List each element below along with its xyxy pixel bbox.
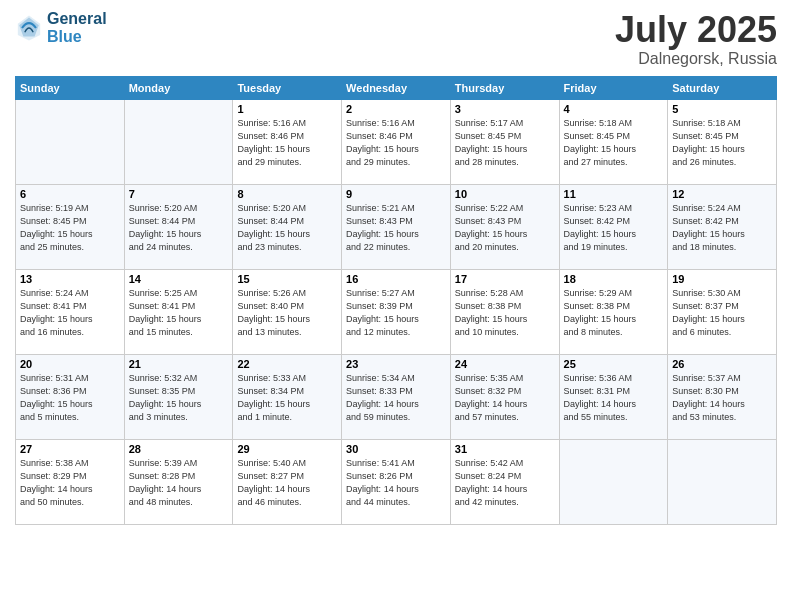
day-number: 6 — [20, 188, 120, 200]
calendar-cell: 9Sunrise: 5:21 AM Sunset: 8:43 PM Daylig… — [342, 184, 451, 269]
calendar-cell: 27Sunrise: 5:38 AM Sunset: 8:29 PM Dayli… — [16, 439, 125, 524]
day-number: 2 — [346, 103, 446, 115]
calendar-cell: 20Sunrise: 5:31 AM Sunset: 8:36 PM Dayli… — [16, 354, 125, 439]
days-header-row: SundayMondayTuesdayWednesdayThursdayFrid… — [16, 76, 777, 99]
day-number: 19 — [672, 273, 772, 285]
day-number: 17 — [455, 273, 555, 285]
calendar-cell: 31Sunrise: 5:42 AM Sunset: 8:24 PM Dayli… — [450, 439, 559, 524]
day-header-sunday: Sunday — [16, 76, 125, 99]
day-detail: Sunrise: 5:33 AM Sunset: 8:34 PM Dayligh… — [237, 372, 337, 424]
day-number: 20 — [20, 358, 120, 370]
day-detail: Sunrise: 5:20 AM Sunset: 8:44 PM Dayligh… — [129, 202, 229, 254]
day-header-friday: Friday — [559, 76, 668, 99]
calendar-cell — [559, 439, 668, 524]
calendar-cell: 19Sunrise: 5:30 AM Sunset: 8:37 PM Dayli… — [668, 269, 777, 354]
day-number: 14 — [129, 273, 229, 285]
day-detail: Sunrise: 5:38 AM Sunset: 8:29 PM Dayligh… — [20, 457, 120, 509]
day-detail: Sunrise: 5:42 AM Sunset: 8:24 PM Dayligh… — [455, 457, 555, 509]
page: General Blue July 2025 Dalnegorsk, Russi… — [0, 0, 792, 612]
day-number: 11 — [564, 188, 664, 200]
day-detail: Sunrise: 5:30 AM Sunset: 8:37 PM Dayligh… — [672, 287, 772, 339]
day-detail: Sunrise: 5:34 AM Sunset: 8:33 PM Dayligh… — [346, 372, 446, 424]
calendar-cell: 29Sunrise: 5:40 AM Sunset: 8:27 PM Dayli… — [233, 439, 342, 524]
calendar-cell: 6Sunrise: 5:19 AM Sunset: 8:45 PM Daylig… — [16, 184, 125, 269]
calendar-cell: 7Sunrise: 5:20 AM Sunset: 8:44 PM Daylig… — [124, 184, 233, 269]
calendar-cell: 30Sunrise: 5:41 AM Sunset: 8:26 PM Dayli… — [342, 439, 451, 524]
day-number: 22 — [237, 358, 337, 370]
header: General Blue July 2025 Dalnegorsk, Russi… — [15, 10, 777, 68]
day-header-tuesday: Tuesday — [233, 76, 342, 99]
title-month: July 2025 — [615, 10, 777, 50]
day-detail: Sunrise: 5:24 AM Sunset: 8:41 PM Dayligh… — [20, 287, 120, 339]
calendar-cell: 13Sunrise: 5:24 AM Sunset: 8:41 PM Dayli… — [16, 269, 125, 354]
calendar-cell: 24Sunrise: 5:35 AM Sunset: 8:32 PM Dayli… — [450, 354, 559, 439]
calendar-cell: 15Sunrise: 5:26 AM Sunset: 8:40 PM Dayli… — [233, 269, 342, 354]
day-detail: Sunrise: 5:37 AM Sunset: 8:30 PM Dayligh… — [672, 372, 772, 424]
day-number: 18 — [564, 273, 664, 285]
day-number: 13 — [20, 273, 120, 285]
day-detail: Sunrise: 5:40 AM Sunset: 8:27 PM Dayligh… — [237, 457, 337, 509]
day-number: 9 — [346, 188, 446, 200]
calendar-cell: 3Sunrise: 5:17 AM Sunset: 8:45 PM Daylig… — [450, 99, 559, 184]
day-detail: Sunrise: 5:16 AM Sunset: 8:46 PM Dayligh… — [346, 117, 446, 169]
day-number: 21 — [129, 358, 229, 370]
calendar-cell: 22Sunrise: 5:33 AM Sunset: 8:34 PM Dayli… — [233, 354, 342, 439]
day-detail: Sunrise: 5:18 AM Sunset: 8:45 PM Dayligh… — [672, 117, 772, 169]
day-number: 4 — [564, 103, 664, 115]
day-number: 5 — [672, 103, 772, 115]
day-number: 8 — [237, 188, 337, 200]
week-row-5: 27Sunrise: 5:38 AM Sunset: 8:29 PM Dayli… — [16, 439, 777, 524]
day-number: 16 — [346, 273, 446, 285]
week-row-2: 6Sunrise: 5:19 AM Sunset: 8:45 PM Daylig… — [16, 184, 777, 269]
day-detail: Sunrise: 5:24 AM Sunset: 8:42 PM Dayligh… — [672, 202, 772, 254]
day-number: 10 — [455, 188, 555, 200]
day-detail: Sunrise: 5:19 AM Sunset: 8:45 PM Dayligh… — [20, 202, 120, 254]
day-detail: Sunrise: 5:41 AM Sunset: 8:26 PM Dayligh… — [346, 457, 446, 509]
day-detail: Sunrise: 5:18 AM Sunset: 8:45 PM Dayligh… — [564, 117, 664, 169]
calendar-cell: 28Sunrise: 5:39 AM Sunset: 8:28 PM Dayli… — [124, 439, 233, 524]
logo-icon — [15, 14, 43, 42]
day-detail: Sunrise: 5:35 AM Sunset: 8:32 PM Dayligh… — [455, 372, 555, 424]
day-detail: Sunrise: 5:29 AM Sunset: 8:38 PM Dayligh… — [564, 287, 664, 339]
day-detail: Sunrise: 5:23 AM Sunset: 8:42 PM Dayligh… — [564, 202, 664, 254]
day-detail: Sunrise: 5:17 AM Sunset: 8:45 PM Dayligh… — [455, 117, 555, 169]
calendar-cell: 16Sunrise: 5:27 AM Sunset: 8:39 PM Dayli… — [342, 269, 451, 354]
calendar-cell: 8Sunrise: 5:20 AM Sunset: 8:44 PM Daylig… — [233, 184, 342, 269]
day-detail: Sunrise: 5:20 AM Sunset: 8:44 PM Dayligh… — [237, 202, 337, 254]
title-location: Dalnegorsk, Russia — [615, 50, 777, 68]
calendar-cell: 14Sunrise: 5:25 AM Sunset: 8:41 PM Dayli… — [124, 269, 233, 354]
day-header-saturday: Saturday — [668, 76, 777, 99]
calendar-cell: 26Sunrise: 5:37 AM Sunset: 8:30 PM Dayli… — [668, 354, 777, 439]
logo-text: General Blue — [47, 10, 107, 45]
day-detail: Sunrise: 5:31 AM Sunset: 8:36 PM Dayligh… — [20, 372, 120, 424]
calendar-cell: 21Sunrise: 5:32 AM Sunset: 8:35 PM Dayli… — [124, 354, 233, 439]
day-detail: Sunrise: 5:39 AM Sunset: 8:28 PM Dayligh… — [129, 457, 229, 509]
calendar-cell: 2Sunrise: 5:16 AM Sunset: 8:46 PM Daylig… — [342, 99, 451, 184]
calendar-cell: 23Sunrise: 5:34 AM Sunset: 8:33 PM Dayli… — [342, 354, 451, 439]
day-header-thursday: Thursday — [450, 76, 559, 99]
day-header-wednesday: Wednesday — [342, 76, 451, 99]
day-detail: Sunrise: 5:16 AM Sunset: 8:46 PM Dayligh… — [237, 117, 337, 169]
calendar-cell: 25Sunrise: 5:36 AM Sunset: 8:31 PM Dayli… — [559, 354, 668, 439]
day-number: 25 — [564, 358, 664, 370]
day-header-monday: Monday — [124, 76, 233, 99]
day-detail: Sunrise: 5:28 AM Sunset: 8:38 PM Dayligh… — [455, 287, 555, 339]
calendar-cell: 12Sunrise: 5:24 AM Sunset: 8:42 PM Dayli… — [668, 184, 777, 269]
day-number: 7 — [129, 188, 229, 200]
day-number: 23 — [346, 358, 446, 370]
calendar-cell: 1Sunrise: 5:16 AM Sunset: 8:46 PM Daylig… — [233, 99, 342, 184]
day-detail: Sunrise: 5:25 AM Sunset: 8:41 PM Dayligh… — [129, 287, 229, 339]
week-row-4: 20Sunrise: 5:31 AM Sunset: 8:36 PM Dayli… — [16, 354, 777, 439]
day-number: 31 — [455, 443, 555, 455]
week-row-3: 13Sunrise: 5:24 AM Sunset: 8:41 PM Dayli… — [16, 269, 777, 354]
logo: General Blue — [15, 10, 107, 45]
day-detail: Sunrise: 5:27 AM Sunset: 8:39 PM Dayligh… — [346, 287, 446, 339]
calendar-cell — [124, 99, 233, 184]
week-row-1: 1Sunrise: 5:16 AM Sunset: 8:46 PM Daylig… — [16, 99, 777, 184]
calendar-cell: 5Sunrise: 5:18 AM Sunset: 8:45 PM Daylig… — [668, 99, 777, 184]
day-detail: Sunrise: 5:36 AM Sunset: 8:31 PM Dayligh… — [564, 372, 664, 424]
calendar-cell: 18Sunrise: 5:29 AM Sunset: 8:38 PM Dayli… — [559, 269, 668, 354]
day-number: 3 — [455, 103, 555, 115]
calendar-cell: 17Sunrise: 5:28 AM Sunset: 8:38 PM Dayli… — [450, 269, 559, 354]
day-detail: Sunrise: 5:32 AM Sunset: 8:35 PM Dayligh… — [129, 372, 229, 424]
